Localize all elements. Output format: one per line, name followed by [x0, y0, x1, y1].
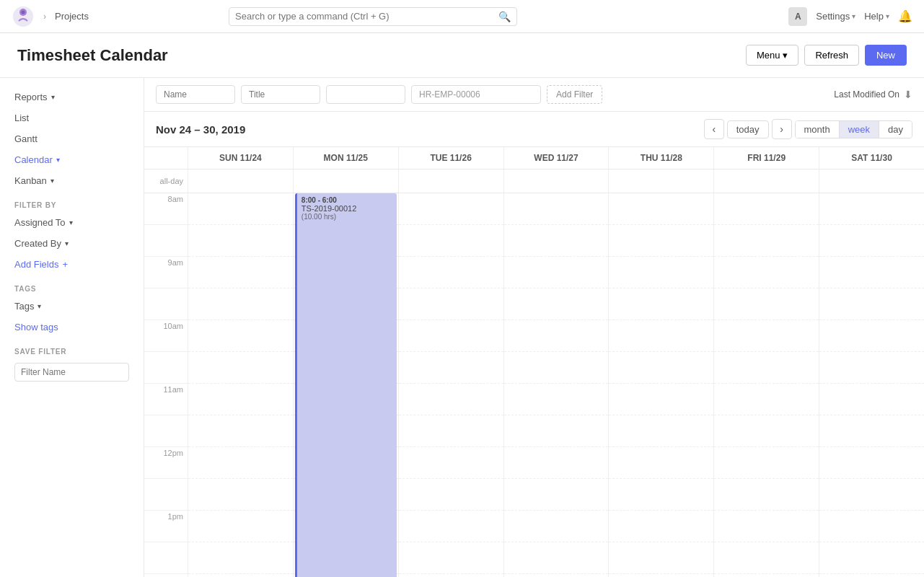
- col-header-fri: FRI 11/29: [713, 147, 819, 169]
- page-title: Timesheet Calendar: [17, 46, 168, 65]
- time-8am: 8am: [144, 193, 188, 225]
- sidebar: Reports ▾ List Gantt Calendar ▾ Kanban ▾…: [0, 78, 144, 577]
- col-header-thu: THU 11/28: [608, 147, 713, 169]
- day-col-thu: [608, 193, 713, 577]
- sidebar-item-tags[interactable]: Tags ▾: [0, 296, 144, 317]
- emp-filter[interactable]: [411, 85, 541, 104]
- event-title: TS-2019-00012: [302, 204, 392, 213]
- allday-cell-sat: [819, 169, 924, 193]
- time-11am: 11am: [144, 384, 188, 415]
- day-view-button[interactable]: day: [879, 121, 912, 138]
- settings-caret: ▾: [852, 12, 855, 20]
- kanban-caret: ▾: [50, 177, 54, 185]
- allday-row: all-day: [144, 169, 924, 193]
- refresh-button[interactable]: Refresh: [804, 45, 859, 66]
- sidebar-item-gantt[interactable]: Gantt: [0, 128, 144, 149]
- day-col-fri: [713, 193, 819, 577]
- time-1-30: [144, 542, 188, 574]
- menu-button[interactable]: Menu ▾: [746, 45, 799, 66]
- last-modified-sort[interactable]: Last Modified On ⬇: [834, 89, 912, 100]
- sidebar-item-assigned-to[interactable]: Assigned To ▾: [0, 212, 144, 233]
- time-2pm: 2pm: [144, 574, 188, 577]
- time-9-30: [144, 288, 188, 320]
- search-bar[interactable]: 🔍: [229, 7, 517, 26]
- today-button[interactable]: today: [727, 120, 769, 138]
- top-nav: › Projects 🔍 A Settings ▾ Help ▾ 🔔: [0, 0, 924, 33]
- save-filter-label: SAVE FILTER: [0, 338, 144, 358]
- calendar-header: Nov 24 – 30, 2019 ‹ today › month week d…: [144, 112, 924, 147]
- prev-button[interactable]: ‹: [704, 119, 724, 139]
- tags-caret: ▾: [38, 302, 41, 310]
- col-header-tue: TUE 11/26: [398, 147, 503, 169]
- col-header-sat: SAT 11/30: [819, 147, 924, 169]
- calendar-date-range: Nov 24 – 30, 2019: [156, 123, 245, 136]
- breadcrumb-projects[interactable]: Projects: [55, 11, 89, 22]
- sidebar-item-add-fields[interactable]: Add Fields +: [0, 254, 144, 275]
- tags-section-label: TAGS: [0, 275, 144, 296]
- empty-filter[interactable]: [326, 85, 405, 104]
- page-actions: Menu ▾ Refresh New: [746, 45, 907, 66]
- page-header: Timesheet Calendar Menu ▾ Refresh New: [0, 33, 924, 78]
- time-10am: 10am: [144, 320, 188, 352]
- allday-cell-tue: [398, 169, 503, 193]
- view-group: month week day: [795, 120, 912, 138]
- day-col-sat: [819, 193, 924, 577]
- created-by-caret: ▾: [65, 239, 69, 247]
- sidebar-item-calendar[interactable]: Calendar ▾: [0, 149, 144, 170]
- filter-by-label: FILTER BY: [0, 191, 144, 212]
- sidebar-item-reports[interactable]: Reports ▾: [0, 87, 144, 107]
- event-time: 8:00 - 6:00: [302, 196, 392, 204]
- time-8-30: [144, 225, 188, 257]
- svg-point-2: [22, 10, 25, 14]
- allday-cell-wed: [503, 169, 609, 193]
- name-filter[interactable]: [156, 85, 235, 104]
- time-9am: 9am: [144, 257, 188, 288]
- day-col-tue: [398, 193, 503, 577]
- allday-cell-thu: [608, 169, 713, 193]
- allday-cell-sun: [188, 169, 293, 193]
- time-column: 8am 9am 10am 11am 12pm 1pm 2pm 3pm: [144, 193, 188, 577]
- add-fields-icon: +: [62, 259, 68, 270]
- week-view-button[interactable]: week: [840, 121, 879, 138]
- nav-right: A Settings ▾ Help ▾ 🔔: [788, 7, 912, 26]
- calendar-grid: SUN 11/24 MON 11/25 TUE 11/26 WED 11/27 …: [144, 147, 924, 577]
- calendar-column-headers: SUN 11/24 MON 11/25 TUE 11/26 WED 11/27 …: [144, 147, 924, 169]
- calendar-caret: ▾: [56, 156, 60, 164]
- menu-caret: ▾: [783, 50, 788, 61]
- col-header-wed: WED 11/27: [503, 147, 609, 169]
- search-input[interactable]: [235, 11, 494, 22]
- sidebar-item-created-by[interactable]: Created By ▾: [0, 233, 144, 254]
- allday-label: all-day: [144, 169, 188, 193]
- filter-row: Add Filter Last Modified On ⬇: [144, 78, 924, 112]
- app-logo: [12, 5, 35, 28]
- calendar-event[interactable]: 8:00 - 6:00 TS-2019-00012 (10.00 hrs): [295, 193, 397, 577]
- filter-name-input[interactable]: [14, 363, 129, 382]
- sidebar-item-list[interactable]: List: [0, 107, 144, 128]
- day-col-wed: [503, 193, 609, 577]
- col-header-sun: SUN 11/24: [188, 147, 293, 169]
- time-12-30: [144, 479, 188, 511]
- reports-caret: ▾: [51, 93, 55, 101]
- new-button[interactable]: New: [865, 45, 907, 66]
- sidebar-item-show-tags[interactable]: Show tags: [0, 317, 144, 338]
- breadcrumb-chevron: ›: [43, 12, 46, 22]
- notifications-bell[interactable]: 🔔: [898, 9, 912, 23]
- content-area: Add Filter Last Modified On ⬇ Nov 24 – 3…: [144, 78, 924, 577]
- title-filter[interactable]: [241, 85, 320, 104]
- search-icon: 🔍: [498, 11, 511, 22]
- settings-link[interactable]: Settings ▾: [816, 11, 855, 22]
- add-filter-button[interactable]: Add Filter: [547, 85, 602, 104]
- time-12pm: 12pm: [144, 447, 188, 479]
- next-button[interactable]: ›: [772, 119, 792, 139]
- sort-icon: ⬇: [904, 89, 912, 100]
- time-header: [144, 147, 188, 169]
- allday-cell-mon: [293, 169, 398, 193]
- calendar-nav: ‹ today › month week day: [704, 119, 912, 139]
- help-link[interactable]: Help ▾: [864, 11, 889, 22]
- assigned-to-caret: ▾: [69, 219, 73, 226]
- sidebar-item-kanban[interactable]: Kanban ▾: [0, 170, 144, 191]
- day-col-sun: [188, 193, 293, 577]
- main-layout: Reports ▾ List Gantt Calendar ▾ Kanban ▾…: [0, 78, 924, 577]
- month-view-button[interactable]: month: [796, 121, 840, 138]
- avatar: A: [788, 7, 807, 26]
